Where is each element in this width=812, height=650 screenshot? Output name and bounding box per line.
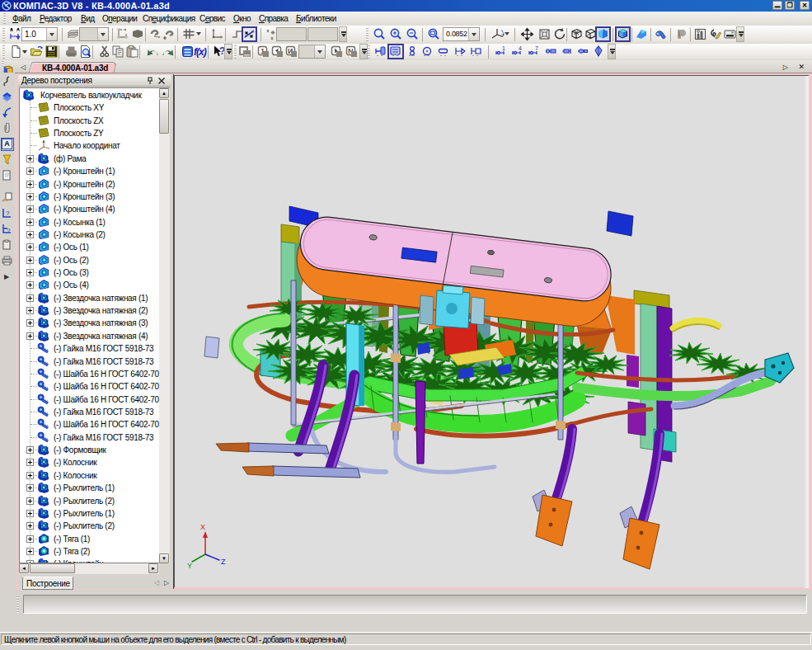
svg-text:X: X	[200, 523, 205, 531]
svg-text:Y: Y	[187, 562, 192, 570]
svg-text:?: ?	[7, 227, 11, 234]
svg-text:7: 7	[535, 45, 538, 51]
svg-text:1: 1	[502, 45, 505, 51]
svg-text:Z: Z	[221, 558, 226, 566]
svg-text:?: ?	[6, 210, 10, 217]
svg-text:4: 4	[519, 45, 522, 51]
